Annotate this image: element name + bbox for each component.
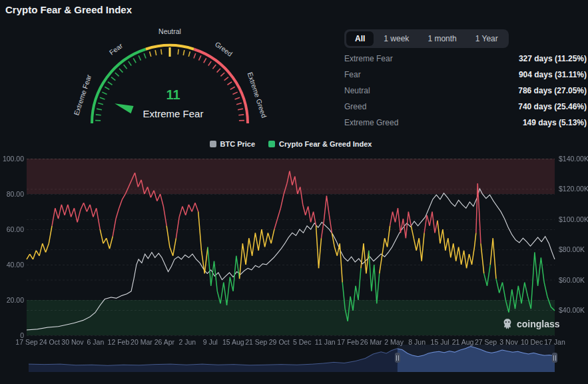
legend-swatch-fear-greed xyxy=(268,141,275,147)
svg-text:Fear: Fear xyxy=(108,41,125,57)
x-axis-label: 11 Jan xyxy=(315,338,336,346)
y-axis-label-right: $40.00K xyxy=(559,306,585,314)
y-axis-label-left: 20.00 xyxy=(7,296,24,304)
gauge-value: 11 xyxy=(67,87,280,103)
x-axis-label: 21 Sep xyxy=(245,338,267,346)
x-axis-label: 29 Oct xyxy=(269,338,290,346)
stat-row-extreme-greed: Extreme Greed 149 days (5.13%) xyxy=(344,115,587,131)
legend-swatch-btc xyxy=(210,141,216,147)
x-axis-label: 30 Nov xyxy=(61,338,83,346)
legend-label-fear-greed: Crypto Fear & Greed Index xyxy=(279,140,372,148)
x-axis-label: 5 Dec xyxy=(293,338,311,346)
stat-value: 740 days (25.46%) xyxy=(518,102,587,111)
navigator-left-handle[interactable] xyxy=(395,353,400,363)
stat-row-neutral: Neutral 786 days (27.05%) xyxy=(344,83,587,99)
fear-greed-gauge: Extreme FearFearNeutralGreedExtreme Gree… xyxy=(67,20,280,140)
y-axis-label-left: 100.00 xyxy=(3,155,24,163)
y-axis-label-right: $120.00K xyxy=(559,185,588,193)
y-axis-label-right: $60.00K xyxy=(559,276,585,284)
legend-item-btc-price[interactable]: BTC Price xyxy=(210,140,256,148)
time-range-tabs: All 1 week 1 month 1 Year xyxy=(344,29,509,48)
x-axis-label: 2 Jun xyxy=(179,338,196,346)
y-axis-label-left: 80.00 xyxy=(7,190,24,198)
x-axis-label: 26 Mar xyxy=(360,338,382,346)
tab-1-week[interactable]: 1 week xyxy=(375,31,418,46)
y-axis-label-right: $140.00K xyxy=(559,155,588,163)
svg-text:Greed: Greed xyxy=(214,40,234,58)
stat-label: Neutral xyxy=(344,86,370,95)
x-axis-label: 15 Aug xyxy=(222,338,244,346)
stat-label: Greed xyxy=(344,102,366,111)
stat-value: 904 days (31.11%) xyxy=(519,70,587,79)
stat-row-greed: Greed 740 days (25.46%) xyxy=(344,99,587,115)
x-axis-label: 20 Mar xyxy=(131,338,152,346)
stat-label: Fear xyxy=(344,70,361,79)
stat-label: Extreme Greed xyxy=(344,118,398,127)
stat-row-extreme-fear: Extreme Fear 327 days (11.25%) xyxy=(344,51,587,67)
coinglass-watermark-text: coinglass xyxy=(517,319,560,329)
x-axis-label: 24 Oct xyxy=(39,338,60,346)
x-axis-label: 17 Feb xyxy=(337,338,359,346)
y-axis-label-left: 40.00 xyxy=(7,261,24,269)
y-axis-label-left: 60.00 xyxy=(7,225,24,233)
coinglass-logo-icon xyxy=(501,318,513,330)
page-title: Crypto Fear & Greed Index xyxy=(5,4,132,15)
tab-1-month[interactable]: 1 month xyxy=(419,31,465,46)
y-axis-label-right: $80.00K xyxy=(559,245,585,253)
stat-value: 327 days (11.25%) xyxy=(519,54,587,63)
y-axis-label-right: $100.00K xyxy=(559,215,588,223)
x-axis-label: 6 Jan xyxy=(87,338,105,346)
coinglass-watermark: coinglass xyxy=(501,318,560,330)
x-axis-label: 26 Apr xyxy=(154,338,174,346)
legend-label-btc: BTC Price xyxy=(220,140,256,148)
x-axis-label: 9 Jul xyxy=(203,338,218,346)
legend-item-fear-greed[interactable]: Crypto Fear & Greed Index xyxy=(268,140,372,148)
navigator-selected-range[interactable] xyxy=(398,345,555,372)
tab-1-year[interactable]: 1 Year xyxy=(467,31,507,46)
svg-text:Neutral: Neutral xyxy=(158,27,181,35)
stat-value: 149 days (5.13%) xyxy=(523,118,587,127)
gauge-classification: Extreme Fear xyxy=(67,108,280,119)
stat-value: 786 days (27.05%) xyxy=(518,86,587,95)
x-axis-label: 12 Feb xyxy=(108,338,130,346)
navigator-right-handle[interactable] xyxy=(552,353,557,363)
gauge-dial: Extreme FearFearNeutralGreedExtreme Gree… xyxy=(67,20,280,140)
stats-panel: Extreme Fear 327 days (11.25%) Fear 904 … xyxy=(344,51,587,131)
chart-legend: BTC Price Crypto Fear & Greed Index xyxy=(27,140,555,148)
tab-all[interactable]: All xyxy=(346,31,374,46)
x-axis-label: 17 Sep xyxy=(15,338,37,346)
stat-row-fear: Fear 904 days (31.11%) xyxy=(344,67,587,83)
stat-label: Extreme Fear xyxy=(344,54,393,63)
